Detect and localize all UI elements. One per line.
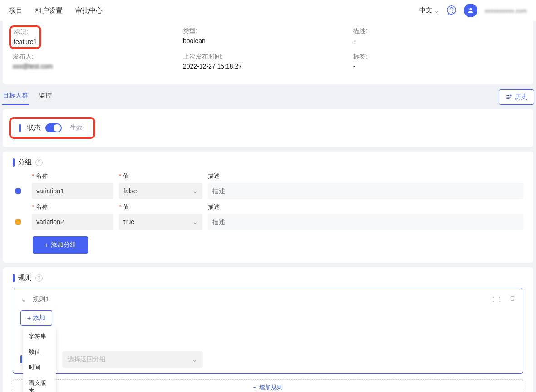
group-desc-input[interactable] — [208, 214, 523, 230]
tab-row: 目标人群 监控 历史 — [2, 89, 534, 105]
user-email: xxxxxxxxxx.com — [485, 7, 527, 14]
accent-bar — [13, 274, 15, 282]
chevron-down-icon: ⌄ — [192, 218, 198, 225]
dd-item-time[interactable]: 时间 — [23, 360, 56, 375]
drag-handle-icon[interactable]: ⋮⋮ — [490, 295, 503, 303]
top-nav: 项目 租户设置 审批中心 中文 ⌄ xxxxxxxxxx.com — [0, 0, 536, 21]
svg-point-1 — [469, 8, 472, 10]
status-title: 状态 — [27, 124, 41, 132]
publisher-label: 发布人: — [13, 53, 183, 61]
col-name-label: *名称 — [32, 203, 113, 211]
color-dot — [15, 188, 21, 194]
chevron-down-icon[interactable]: ⌄ — [20, 294, 27, 304]
col-value-label: *值 — [119, 203, 202, 211]
tag-label: 标签: — [353, 53, 523, 61]
chevron-down-icon: ⌄ — [192, 356, 197, 363]
identifier-value: feature1 — [14, 38, 37, 45]
status-label: 生效 — [70, 124, 83, 132]
add-condition-button[interactable]: + 添加 — [20, 310, 52, 326]
status-toggle[interactable] — [45, 123, 62, 132]
col-desc-label: 描述 — [208, 172, 523, 180]
group-row: false ⌄ — [15, 183, 523, 199]
info-row-2: 发布人: xxx@test.com 上次发布时间: 2022-12-27 15:… — [13, 53, 523, 75]
accent-bar — [19, 124, 21, 132]
help-icon[interactable]: ? — [35, 159, 43, 166]
chevron-down-icon: ⌄ — [192, 187, 198, 195]
description-label: 描述: — [353, 27, 523, 35]
nav-item-approval-center[interactable]: 审批中心 — [75, 6, 103, 15]
user-avatar[interactable] — [464, 4, 477, 17]
group-row: true ⌄ — [15, 214, 523, 230]
serve-placeholder: 选择返回分组 — [68, 355, 106, 363]
help-icon[interactable] — [447, 5, 457, 16]
type-label: 类型: — [183, 27, 353, 35]
group-name-input[interactable] — [32, 183, 113, 199]
group-value-text: false — [123, 187, 137, 195]
group-name-input[interactable] — [32, 214, 113, 230]
description-value: - — [353, 37, 523, 44]
nav-left: 项目 租户设置 审批中心 — [9, 6, 103, 15]
group-columns-header: *名称 *值 描述 — [15, 172, 523, 180]
color-dot — [15, 219, 21, 225]
rule-name-input[interactable] — [33, 295, 112, 303]
group-value-text: true — [123, 218, 134, 225]
add-rule-button[interactable]: + 增加规则 — [13, 379, 523, 392]
tag-value: - — [353, 63, 523, 70]
identifier-label: 标识: — [14, 28, 37, 36]
feature-info-card: 标识: feature1 类型: boolean 描述: - 发布人: xxx@… — [3, 21, 533, 84]
add-group-button[interactable]: + 添加分组 — [33, 236, 88, 254]
language-label: 中文 — [419, 6, 432, 15]
language-selector[interactable]: 中文 ⌄ — [419, 6, 439, 15]
help-icon[interactable]: ? — [35, 274, 43, 282]
history-label: 历史 — [515, 93, 527, 101]
rule-box: ⌄ ⋮⋮ + 添加 字符串 数值 时间 语义版本 人群组 返回 — [13, 288, 523, 374]
history-icon — [506, 94, 512, 100]
tab-monitor[interactable]: 监控 — [38, 89, 53, 105]
svg-point-0 — [452, 12, 452, 12]
delete-icon[interactable] — [509, 295, 516, 303]
plus-icon: + — [253, 384, 257, 391]
chevron-down-icon: ⌄ — [434, 7, 439, 14]
nav-item-tenant-settings[interactable]: 租户设置 — [35, 6, 63, 15]
plus-icon: + — [44, 241, 48, 249]
history-button[interactable]: 历史 — [499, 89, 534, 105]
groups-title: 分组 — [18, 158, 32, 167]
group-columns-header: *名称 *值 描述 — [15, 203, 523, 211]
col-name-label: *名称 — [32, 172, 113, 180]
col-value-label: *值 — [119, 172, 202, 180]
dd-item-number[interactable]: 数值 — [23, 344, 56, 360]
status-card: 状态 生效 — [3, 109, 533, 147]
plus-icon: + — [27, 314, 31, 322]
group-value-select[interactable]: false ⌄ — [119, 183, 202, 199]
condition-type-dropdown: 字符串 数值 时间 语义版本 人群组 — [23, 327, 56, 392]
add-group-label: 添加分组 — [51, 241, 76, 249]
accent-bar — [13, 158, 15, 167]
group-desc-input[interactable] — [208, 183, 523, 199]
info-row-1: 标识: feature1 类型: boolean 描述: - — [13, 27, 523, 50]
group-value-select[interactable]: true ⌄ — [119, 214, 202, 230]
dd-item-semver[interactable]: 语义版本 — [23, 375, 56, 392]
tab-targeting[interactable]: 目标人群 — [2, 89, 29, 105]
rules-title: 规则 — [18, 274, 32, 282]
serve-select[interactable]: 选择返回分组 ⌄ — [62, 351, 203, 368]
add-rule-label: 增加规则 — [259, 383, 283, 392]
dd-item-string[interactable]: 字符串 — [23, 329, 56, 344]
last-publish-value: 2022-12-27 15:18:27 — [183, 63, 353, 70]
last-publish-label: 上次发布时间: — [183, 53, 353, 61]
rules-card: 规则 ? ⌄ ⋮⋮ + 添加 字符串 数值 时间 语义版本 人群组 — [3, 267, 533, 392]
add-condition-label: 添加 — [33, 314, 45, 322]
col-desc-label: 描述 — [208, 203, 523, 211]
tabs: 目标人群 监控 — [2, 89, 53, 105]
groups-card: 分组 ? *名称 *值 描述 false ⌄ *名称 *值 描述 — [3, 152, 533, 263]
type-value: boolean — [183, 37, 353, 44]
nav-right: 中文 ⌄ xxxxxxxxxx.com — [419, 4, 527, 17]
nav-item-projects[interactable]: 项目 — [9, 6, 23, 15]
publisher-value: xxx@test.com — [13, 63, 183, 70]
accent-bar — [20, 355, 22, 363]
